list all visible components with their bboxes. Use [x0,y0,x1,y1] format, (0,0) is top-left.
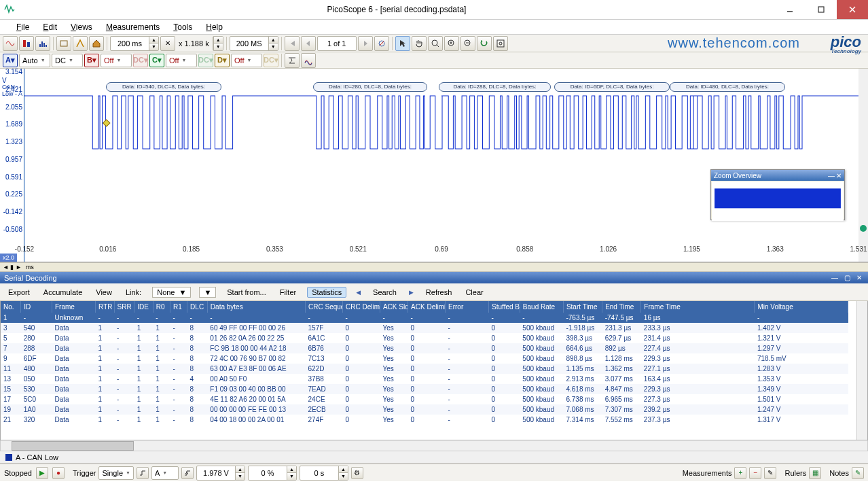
col-header[interactable]: ACK Delimiter [408,301,446,313]
trigger-mode-dropdown[interactable]: Single▼ [98,466,134,480]
timebase-input[interactable] [111,39,149,48]
menu-tools[interactable]: Tools [166,22,199,32]
decode-table[interactable]: No.IDFrameRTRSRRIDER0R1DLCData bytesCRC … [1,301,848,425]
startfrom-button[interactable]: Start from... [224,287,268,298]
math-channel-icon[interactable] [285,53,300,68]
accumulate-button[interactable]: Accumulate [41,287,85,298]
spectrum-mode-icon[interactable] [35,36,50,51]
trigger-channel-dropdown[interactable]: A▼ [151,466,179,480]
channel-b-range[interactable]: Off▼ [101,54,132,67]
notes-icon[interactable]: ✎ [852,467,864,479]
table-row[interactable]: 5280Data1-11-801 26 82 0A 26 00 22 256A1… [1,333,848,343]
search-prev-icon[interactable]: ◄ [355,288,362,296]
view-button[interactable]: View [93,287,115,298]
channel-a-button[interactable]: A▾ [3,54,18,67]
auto-setup-icon[interactable] [73,36,88,51]
refresh-button[interactable]: Refresh [423,287,455,298]
col-header[interactable]: Data bytes [207,301,305,313]
zoom-out-icon[interactable] [460,36,475,51]
link-dropdown[interactable]: None▼ [152,287,191,298]
col-header[interactable]: Frame [52,301,96,313]
close-button[interactable] [837,0,868,19]
timebase-spinner[interactable]: ▲▼ [110,36,159,51]
panel-min-icon[interactable]: — [830,273,839,283]
signal-gen-icon[interactable] [56,36,71,51]
channel-a-range[interactable]: Auto▼ [19,54,50,67]
col-header[interactable]: CRC Sequence [306,301,343,313]
delay-spinner[interactable]: ▲▼ [300,466,348,481]
vertical-scrollbar[interactable] [856,301,867,440]
col-header[interactable]: ID [21,301,52,313]
first-page-icon[interactable] [285,36,300,51]
zoom-in-icon[interactable] [444,36,459,51]
export-button[interactable]: Export [5,287,33,298]
channel-b-coupling[interactable]: DC▾ [133,54,148,67]
go-button[interactable]: ▶ [36,467,48,479]
undo-zoom-icon[interactable] [477,36,492,51]
horizontal-splitter[interactable]: ◄ ▮ ► ms [0,262,868,272]
filter-button[interactable]: Filter [277,287,299,298]
zoom-close-icon[interactable]: ✕ [836,172,842,179]
statistics-button[interactable]: Statistics [307,287,346,298]
decode-bubble[interactable]: Data: ID=480, DLC=8, Data bytes: [670,82,785,92]
page-spinner[interactable] [317,36,357,51]
col-header[interactable]: ACK Slot [380,301,408,313]
channel-d-range[interactable]: Off▼ [231,54,262,67]
menu-help[interactable]: Help [199,22,230,32]
search-next-icon[interactable]: ► [408,288,415,296]
trigger-edge-icon[interactable] [137,467,149,479]
zoom-spinner[interactable]: ▲▼ [213,36,223,51]
meas-add-icon[interactable]: + [734,467,746,479]
zoom-x-icon[interactable]: ✕ [160,36,175,51]
minimize-button[interactable] [774,0,806,19]
table-row[interactable]: 13050Data1-11-400 A0 50 F037B80Yes0-0500… [1,374,848,384]
col-header[interactable]: Start Time [563,301,602,313]
decode-bubble[interactable]: Data: ID=6DF, DLC=8, Data bytes: [554,82,670,92]
zoom-full-icon[interactable] [493,36,508,51]
table-row[interactable]: 96DFData1-11-872 4C 00 76 90 B7 00 827C1… [1,353,848,364]
channel-c-range[interactable]: Off▼ [166,54,197,67]
col-header[interactable]: No. [1,301,21,313]
panel-max-icon[interactable]: ▢ [842,273,852,283]
col-header[interactable]: End Time [602,301,641,313]
pretrigger-spinner[interactable]: ▲▼ [248,466,297,481]
scope-mode-icon[interactable] [3,36,18,51]
persistence-mode-icon[interactable] [19,36,34,51]
rulers-icon[interactable]: ▦ [809,467,821,479]
hand-tool-icon[interactable] [412,36,427,51]
col-header[interactable]: Baud Rate [520,301,563,313]
clear-button[interactable]: Clear [463,287,486,298]
zoom-select-icon[interactable] [428,36,443,51]
ref-channel-icon[interactable] [301,53,316,68]
decode-bubble[interactable]: Data: ID=280, DLC=8, Data bytes: [313,82,427,92]
panel-close-icon[interactable]: ✕ [854,273,864,283]
trigger-rising-icon[interactable] [181,467,194,479]
next-page-icon[interactable] [358,36,373,51]
link-opts-dropdown[interactable]: ▼ [199,287,216,298]
meas-edit-icon[interactable]: ✎ [764,467,776,479]
decode-bubble[interactable]: Data: ID=288, DLC=8, Data bytes: [439,82,551,92]
samples-input[interactable] [230,39,268,48]
channel-c-button[interactable]: C▾ [149,54,164,67]
col-header[interactable]: R1 [170,301,187,313]
menu-measurements[interactable]: Measurements [99,22,166,32]
col-header[interactable]: CRC Delimiter [342,301,380,313]
zoom-min-icon[interactable]: — [828,172,835,179]
menu-edit[interactable]: Edit [36,22,64,32]
channel-c-coupling[interactable]: DC▾ [198,54,213,67]
col-header[interactable]: IDE [134,301,153,313]
channel-d-coupling[interactable]: DC▾ [264,54,278,67]
table-row[interactable]: 15530Data1-11-8F1 09 03 00 40 00 BB 007E… [1,384,848,394]
samples-spinner[interactable]: ▲▼ [230,36,278,51]
channel-a-coupling[interactable]: DC▼ [52,54,83,67]
zoom-overview-body[interactable] [712,181,844,221]
col-header[interactable]: Min Voltage [755,301,848,313]
channel-b-button[interactable]: B▾ [84,54,99,67]
channel-d-button[interactable]: D▾ [215,54,230,67]
col-header[interactable]: Stuffed Bits [489,301,520,313]
table-row[interactable]: 1-Unknown---------------763.5 µs-747.5 µ… [1,313,848,323]
col-header[interactable]: Frame Time [641,301,755,313]
last-page-icon[interactable] [374,36,389,51]
waveform-area[interactable]: Data: ID=540, DLC=8, Data bytes:Data: ID… [24,69,858,262]
col-header[interactable]: SRR [114,301,134,313]
